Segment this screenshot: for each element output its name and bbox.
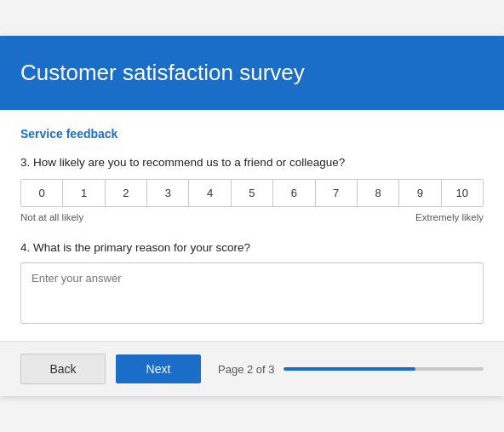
rating-10[interactable]: 10 — [442, 180, 483, 206]
rating-7[interactable]: 7 — [316, 180, 358, 206]
page-info: Page 2 of 3 — [218, 363, 484, 376]
survey-container: Customer satisfaction survey Service fee… — [0, 36, 504, 396]
survey-title: Customer satisfaction survey — [20, 60, 484, 86]
rating-2[interactable]: 2 — [106, 180, 147, 206]
rating-4[interactable]: 4 — [189, 180, 231, 206]
low-label: Not at all likely — [20, 212, 83, 222]
answer-textarea[interactable] — [20, 262, 484, 324]
rating-6[interactable]: 6 — [273, 180, 315, 206]
survey-header: Customer satisfaction survey — [0, 36, 504, 110]
rating-8[interactable]: 8 — [358, 180, 399, 206]
survey-footer: Back Next Page 2 of 3 — [0, 341, 504, 396]
progress-bar-track — [284, 367, 484, 371]
back-button[interactable]: Back — [20, 354, 106, 384]
page-label: Page 2 of 3 — [218, 363, 275, 376]
rating-9[interactable]: 9 — [399, 180, 441, 206]
rating-3[interactable]: 3 — [147, 180, 189, 206]
rating-1[interactable]: 1 — [63, 180, 105, 206]
rating-scale: 0 1 2 3 4 5 6 7 8 9 10 — [20, 179, 484, 207]
rating-5[interactable]: 5 — [232, 180, 273, 206]
question-4-label: 4. What is the primary reason for your s… — [20, 241, 484, 254]
next-button[interactable]: Next — [116, 354, 201, 383]
survey-body: Service feedback 3. How likely are you t… — [0, 110, 504, 341]
section-title: Service feedback — [20, 127, 484, 141]
high-label: Extremely likely — [415, 212, 484, 222]
progress-bar-fill — [284, 367, 415, 371]
question-3-label: 3. How likely are you to recommend us to… — [20, 156, 484, 169]
rating-labels: Not at all likely Extremely likely — [20, 212, 484, 222]
rating-0[interactable]: 0 — [21, 180, 63, 206]
